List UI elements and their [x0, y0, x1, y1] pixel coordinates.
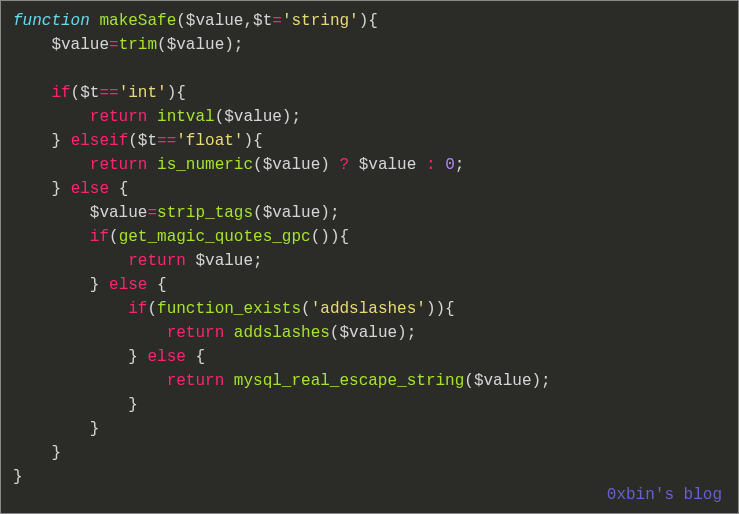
var-t: $t [138, 132, 157, 150]
fn-mysqlescape: mysql_real_escape_string [234, 372, 464, 390]
rparen: ) [224, 36, 234, 54]
fn-functionexists: function_exists [157, 300, 301, 318]
fn-trim: trim [119, 36, 157, 54]
var-value: $value [195, 252, 253, 270]
rparen: ) [320, 156, 330, 174]
arg-value: $value [474, 372, 532, 390]
var-value: $value [51, 36, 109, 54]
semi: ; [330, 204, 340, 222]
lbrace: { [253, 132, 263, 150]
op-eqeq: == [99, 84, 118, 102]
rparen: ) [320, 228, 330, 246]
arg-value: $value [339, 324, 397, 342]
semi: ; [253, 252, 263, 270]
lparen: ( [71, 84, 81, 102]
rbrace: } [51, 180, 61, 198]
keyword-function: function [13, 12, 90, 30]
function-name: makeSafe [99, 12, 176, 30]
lparen: ( [157, 36, 167, 54]
rbrace: } [128, 348, 138, 366]
lbrace: { [195, 348, 205, 366]
keyword-return: return [90, 108, 148, 126]
number-literal: 0 [445, 156, 455, 174]
lparen: ( [176, 12, 186, 30]
param-value: $value [186, 12, 244, 30]
op-eqeq: == [157, 132, 176, 150]
code-block: function makeSafe($value,$t='string'){ $… [13, 9, 726, 489]
lbrace: { [157, 276, 167, 294]
keyword-else: else [147, 348, 185, 366]
lbrace: { [119, 180, 129, 198]
lparen: ( [253, 156, 263, 174]
keyword-if: if [128, 300, 147, 318]
rparen: ) [167, 84, 177, 102]
arg-value: $value [263, 156, 321, 174]
keyword-elseif: elseif [71, 132, 129, 150]
lparen: ( [253, 204, 263, 222]
fn-striptags: strip_tags [157, 204, 253, 222]
op-ternary-q: ? [339, 156, 349, 174]
lbrace: { [368, 12, 378, 30]
rparen: ) [532, 372, 542, 390]
lparen: ( [215, 108, 225, 126]
semi: ; [407, 324, 417, 342]
lbrace: { [339, 228, 349, 246]
semi: ; [541, 372, 551, 390]
lparen: ( [301, 300, 311, 318]
lparen: ( [311, 228, 321, 246]
string-literal: 'int' [119, 84, 167, 102]
semi: ; [455, 156, 465, 174]
var-value: $value [359, 156, 417, 174]
keyword-if: if [51, 84, 70, 102]
rparen: ) [397, 324, 407, 342]
op-eq: = [272, 12, 282, 30]
keyword-if: if [90, 228, 109, 246]
op-eq: = [147, 204, 157, 222]
rbrace: } [51, 132, 61, 150]
lparen: ( [109, 228, 119, 246]
rparen: ) [426, 300, 436, 318]
comma: , [243, 12, 253, 30]
fn-magicquotes: get_magic_quotes_gpc [119, 228, 311, 246]
fn-isnumeric: is_numeric [157, 156, 253, 174]
string-literal: 'string' [282, 12, 359, 30]
rparen: ) [320, 204, 330, 222]
keyword-return: return [90, 156, 148, 174]
keyword-return: return [128, 252, 186, 270]
string-literal: 'addslashes' [311, 300, 426, 318]
semi: ; [234, 36, 244, 54]
lparen: ( [147, 300, 157, 318]
string-literal: 'float' [176, 132, 243, 150]
arg-value: $value [224, 108, 282, 126]
semi: ; [291, 108, 301, 126]
var-value: $value [90, 204, 148, 222]
lparen: ( [128, 132, 138, 150]
lbrace: { [445, 300, 455, 318]
keyword-else: else [109, 276, 147, 294]
keyword-return: return [167, 324, 225, 342]
fn-intval: intval [157, 108, 215, 126]
arg-value: $value [167, 36, 225, 54]
fn-addslashes: addslashes [234, 324, 330, 342]
lparen: ( [464, 372, 474, 390]
lbrace: { [176, 84, 186, 102]
keyword-return: return [167, 372, 225, 390]
watermark-text: 0xbin's blog [607, 483, 722, 507]
rparen: ) [436, 300, 446, 318]
rbrace: } [13, 468, 23, 486]
rbrace: } [90, 276, 100, 294]
rbrace: } [128, 396, 138, 414]
arg-value: $value [263, 204, 321, 222]
keyword-else: else [71, 180, 109, 198]
rbrace: } [51, 444, 61, 462]
var-t: $t [80, 84, 99, 102]
op-ternary-colon: : [426, 156, 436, 174]
rparen: ) [243, 132, 253, 150]
rbrace: } [90, 420, 100, 438]
rparen: ) [359, 12, 369, 30]
op-eq: = [109, 36, 119, 54]
param-t: $t [253, 12, 272, 30]
